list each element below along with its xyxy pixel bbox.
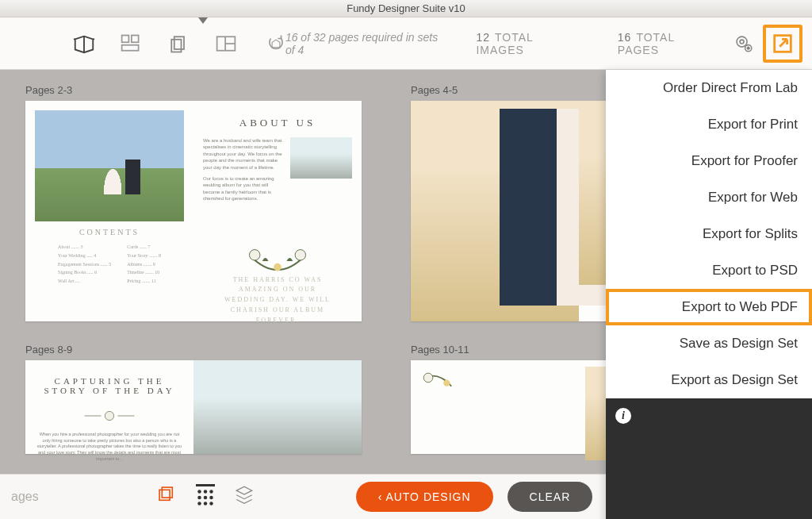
menu-save-design-set[interactable]: Save as Design Set [606, 325, 812, 362]
svg-point-30 [203, 502, 207, 506]
export-dropdown: Order Direct From Lab Export for Print E… [606, 70, 812, 519]
svg-rect-3 [174, 37, 184, 49]
menu-export-design-set[interactable]: Export as Design Set [606, 362, 812, 398]
svg-rect-4 [171, 39, 181, 52]
about-heading: ABOUT US [203, 117, 352, 129]
svg-rect-1 [132, 35, 139, 42]
menu-order-direct[interactable]: Order Direct From Lab [606, 70, 812, 106]
layout-grid-icon[interactable] [119, 29, 144, 58]
menu-info-panel: i [606, 398, 812, 519]
svg-point-29 [197, 502, 201, 506]
floral-corner-icon [420, 370, 476, 409]
contents-heading: CONTENTS [35, 228, 184, 236]
titlebar: Fundy Designer Suite v10 [0, 0, 812, 17]
spread-pages-2-3[interactable]: CONTENTS About ....... 3 Your Wedding ..… [25, 101, 362, 321]
svg-point-26 [197, 495, 201, 499]
svg-point-19 [423, 373, 433, 383]
svg-point-31 [209, 502, 213, 506]
images-label: ages [11, 490, 39, 504]
svg-point-24 [203, 490, 207, 494]
svg-point-11 [747, 47, 749, 49]
svg-point-23 [197, 490, 201, 494]
menu-export-proofer[interactable]: Export for Proofer [606, 143, 812, 179]
svg-point-9 [740, 40, 744, 44]
svg-point-18 [105, 411, 113, 420]
total-images-stat: 12TOTAL IMAGES [476, 31, 571, 56]
svg-point-25 [209, 490, 213, 494]
svg-point-13 [249, 249, 259, 260]
svg-point-28 [209, 495, 213, 499]
stack-icon[interactable] [166, 29, 191, 58]
svg-point-27 [203, 495, 207, 499]
book-icon[interactable] [71, 29, 97, 58]
svg-point-8 [737, 37, 747, 47]
testimonial-quote: THE HARRIS CO WAS AMAZING ON OUR WEDDING… [203, 275, 352, 326]
title-pointer-icon [198, 17, 208, 24]
info-icon: i [615, 408, 631, 424]
floral-wreath-icon [239, 210, 316, 272]
export-button[interactable] [763, 25, 802, 63]
clear-button[interactable]: CLEAR [508, 482, 593, 512]
svg-rect-22 [159, 490, 170, 500]
spread-label: Pages 2-3 [25, 84, 362, 96]
app-title: Fundy Designer Suite v10 [347, 2, 465, 14]
svg-point-20 [443, 380, 450, 386]
menu-export-print[interactable]: Export for Print [606, 106, 812, 143]
menu-export-splits[interactable]: Export for Splits [606, 216, 812, 252]
svg-rect-2 [122, 44, 139, 50]
stack-view-icon[interactable] [156, 484, 177, 510]
story-heading: CAPTURING THE STORY OF THE DAY [35, 376, 184, 395]
settings-gear-icon[interactable] [730, 29, 758, 58]
svg-rect-0 [122, 35, 129, 42]
panel-icon[interactable] [213, 29, 239, 58]
toolbar: 16 of 32 pages required in sets of 4 12T… [0, 17, 812, 70]
spread-label: Pages 8-9 [25, 344, 362, 356]
grid-view-icon[interactable] [196, 484, 215, 510]
page-requirement-info: 16 of 32 pages required in sets of 4 [285, 31, 439, 56]
spread-pages-8-9[interactable]: CAPTURING THE STORY OF THE DAY When you … [25, 360, 362, 454]
layers-icon[interactable] [234, 484, 255, 510]
total-pages-stat: 16TOTAL PAGES [618, 31, 707, 56]
svg-point-14 [295, 249, 305, 260]
contents-list: About ....... 3 Your Wedding ..... 4 Eng… [35, 243, 184, 286]
auto-design-button[interactable]: ‹AUTO DESIGN [356, 482, 493, 512]
menu-export-web-pdf[interactable]: Export to Web PDF [606, 289, 812, 325]
menu-export-web[interactable]: Export for Web [606, 179, 812, 216]
svg-rect-21 [162, 487, 172, 498]
menu-export-psd[interactable]: Export to PSD [606, 252, 812, 289]
floral-divider-icon [82, 403, 137, 429]
svg-point-15 [274, 263, 282, 271]
